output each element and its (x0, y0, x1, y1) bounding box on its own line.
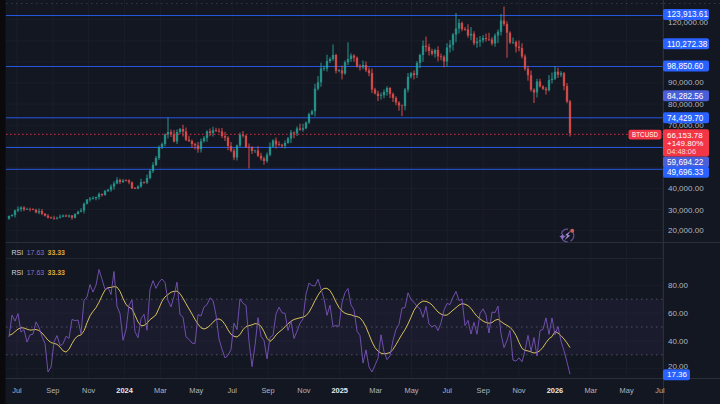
svg-text:Jul: Jul (12, 386, 22, 395)
svg-text:Nov: Nov (297, 386, 310, 395)
svg-text:Nov: Nov (82, 386, 95, 395)
svg-text:Jul: Jul (227, 386, 237, 395)
svg-text:49,696.33: 49,696.33 (667, 168, 704, 177)
svg-text:2026: 2026 (547, 386, 563, 395)
svg-text:80.00: 80.00 (668, 281, 689, 290)
svg-text:RSI: RSI (12, 269, 24, 276)
svg-text:74,429.70: 74,429.70 (667, 114, 704, 123)
svg-text:Sep: Sep (46, 386, 59, 395)
svg-text:2024: 2024 (116, 386, 133, 395)
svg-text:Jul: Jul (443, 386, 453, 395)
svg-text:Sep: Sep (477, 386, 490, 395)
svg-text:Mar: Mar (584, 386, 597, 395)
svg-text:40,000.00: 40,000.00 (668, 184, 704, 193)
svg-text:May: May (189, 386, 203, 395)
svg-text:BTCUSD: BTCUSD (632, 131, 658, 138)
svg-text:Mar: Mar (154, 386, 167, 395)
svg-text:Mar: Mar (369, 386, 382, 395)
svg-text:Jul: Jul (655, 386, 665, 395)
svg-text:17.63: 17.63 (27, 249, 45, 256)
svg-text:04:48:06: 04:48:06 (667, 147, 696, 156)
svg-text:20,000.00: 20,000.00 (668, 226, 704, 235)
svg-text:123,913.61: 123,913.61 (667, 10, 708, 19)
svg-text:30,000.00: 30,000.00 (668, 206, 704, 215)
svg-text:33.33: 33.33 (48, 269, 66, 276)
svg-text:110,272.38: 110,272.38 (667, 40, 708, 49)
svg-text:90,000.00: 90,000.00 (668, 78, 704, 87)
svg-text:33.33: 33.33 (48, 249, 66, 256)
svg-text:98,850.60: 98,850.60 (667, 62, 704, 71)
svg-text:17.63: 17.63 (27, 269, 45, 276)
svg-text:60.00: 60.00 (668, 309, 689, 318)
svg-text:2025: 2025 (331, 386, 347, 395)
svg-text:May: May (405, 386, 419, 395)
svg-text:59,694.22: 59,694.22 (667, 158, 704, 167)
svg-text:17.36: 17.36 (667, 370, 688, 379)
svg-text:May: May (620, 386, 634, 395)
svg-text:Sep: Sep (261, 386, 274, 395)
svg-text:RSI: RSI (12, 249, 24, 256)
svg-text:Nov: Nov (512, 386, 525, 395)
svg-text:84,282.56: 84,282.56 (667, 92, 704, 101)
svg-text:40.00: 40.00 (668, 337, 689, 346)
